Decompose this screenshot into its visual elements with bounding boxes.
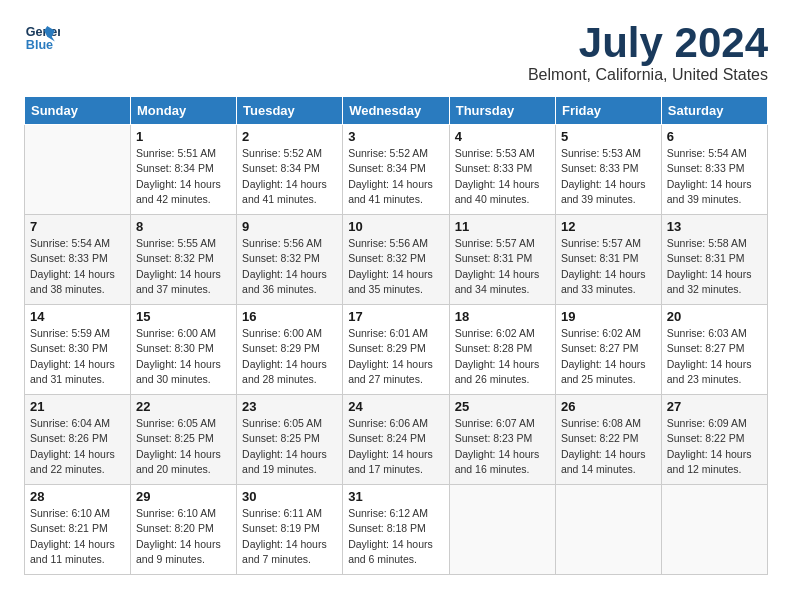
weekday-header: Sunday — [25, 97, 131, 125]
day-info: Sunrise: 6:05 AM Sunset: 8:25 PM Dayligh… — [136, 416, 231, 477]
day-number: 20 — [667, 309, 762, 324]
day-info: Sunrise: 6:01 AM Sunset: 8:29 PM Dayligh… — [348, 326, 444, 387]
day-info: Sunrise: 5:53 AM Sunset: 8:33 PM Dayligh… — [455, 146, 550, 207]
day-number: 5 — [561, 129, 656, 144]
calendar-cell: 23Sunrise: 6:05 AM Sunset: 8:25 PM Dayli… — [237, 395, 343, 485]
calendar-cell: 13Sunrise: 5:58 AM Sunset: 8:31 PM Dayli… — [661, 215, 767, 305]
calendar-cell: 27Sunrise: 6:09 AM Sunset: 8:22 PM Dayli… — [661, 395, 767, 485]
calendar-cell: 11Sunrise: 5:57 AM Sunset: 8:31 PM Dayli… — [449, 215, 555, 305]
calendar-week-row: 21Sunrise: 6:04 AM Sunset: 8:26 PM Dayli… — [25, 395, 768, 485]
title-area: July 2024 Belmont, California, United St… — [528, 20, 768, 84]
day-number: 15 — [136, 309, 231, 324]
calendar-cell: 30Sunrise: 6:11 AM Sunset: 8:19 PM Dayli… — [237, 485, 343, 575]
day-number: 18 — [455, 309, 550, 324]
day-number: 28 — [30, 489, 125, 504]
weekday-header: Thursday — [449, 97, 555, 125]
calendar-cell: 9Sunrise: 5:56 AM Sunset: 8:32 PM Daylig… — [237, 215, 343, 305]
day-number: 13 — [667, 219, 762, 234]
day-info: Sunrise: 5:52 AM Sunset: 8:34 PM Dayligh… — [348, 146, 444, 207]
day-number: 11 — [455, 219, 550, 234]
day-number: 3 — [348, 129, 444, 144]
day-info: Sunrise: 6:08 AM Sunset: 8:22 PM Dayligh… — [561, 416, 656, 477]
calendar-cell: 19Sunrise: 6:02 AM Sunset: 8:27 PM Dayli… — [555, 305, 661, 395]
day-number: 6 — [667, 129, 762, 144]
calendar-cell — [661, 485, 767, 575]
day-info: Sunrise: 6:10 AM Sunset: 8:21 PM Dayligh… — [30, 506, 125, 567]
day-number: 23 — [242, 399, 337, 414]
weekday-header: Saturday — [661, 97, 767, 125]
calendar-cell: 4Sunrise: 5:53 AM Sunset: 8:33 PM Daylig… — [449, 125, 555, 215]
day-number: 17 — [348, 309, 444, 324]
calendar-table: SundayMondayTuesdayWednesdayThursdayFrid… — [24, 96, 768, 575]
subtitle: Belmont, California, United States — [528, 66, 768, 84]
day-number: 1 — [136, 129, 231, 144]
calendar-cell: 15Sunrise: 6:00 AM Sunset: 8:30 PM Dayli… — [131, 305, 237, 395]
day-info: Sunrise: 5:58 AM Sunset: 8:31 PM Dayligh… — [667, 236, 762, 297]
day-info: Sunrise: 5:54 AM Sunset: 8:33 PM Dayligh… — [30, 236, 125, 297]
calendar-cell: 5Sunrise: 5:53 AM Sunset: 8:33 PM Daylig… — [555, 125, 661, 215]
day-info: Sunrise: 6:05 AM Sunset: 8:25 PM Dayligh… — [242, 416, 337, 477]
calendar-cell: 31Sunrise: 6:12 AM Sunset: 8:18 PM Dayli… — [343, 485, 450, 575]
calendar-cell: 28Sunrise: 6:10 AM Sunset: 8:21 PM Dayli… — [25, 485, 131, 575]
weekday-header: Wednesday — [343, 97, 450, 125]
day-info: Sunrise: 6:07 AM Sunset: 8:23 PM Dayligh… — [455, 416, 550, 477]
day-number: 25 — [455, 399, 550, 414]
day-number: 12 — [561, 219, 656, 234]
calendar-cell: 3Sunrise: 5:52 AM Sunset: 8:34 PM Daylig… — [343, 125, 450, 215]
day-info: Sunrise: 6:06 AM Sunset: 8:24 PM Dayligh… — [348, 416, 444, 477]
day-info: Sunrise: 5:56 AM Sunset: 8:32 PM Dayligh… — [242, 236, 337, 297]
day-number: 14 — [30, 309, 125, 324]
day-info: Sunrise: 6:03 AM Sunset: 8:27 PM Dayligh… — [667, 326, 762, 387]
day-number: 8 — [136, 219, 231, 234]
calendar-cell — [449, 485, 555, 575]
calendar-cell — [555, 485, 661, 575]
logo: General Blue — [24, 20, 60, 56]
svg-text:Blue: Blue — [26, 38, 53, 52]
calendar-cell: 10Sunrise: 5:56 AM Sunset: 8:32 PM Dayli… — [343, 215, 450, 305]
day-info: Sunrise: 5:53 AM Sunset: 8:33 PM Dayligh… — [561, 146, 656, 207]
calendar-week-row: 14Sunrise: 5:59 AM Sunset: 8:30 PM Dayli… — [25, 305, 768, 395]
weekday-header: Tuesday — [237, 97, 343, 125]
calendar-cell: 1Sunrise: 5:51 AM Sunset: 8:34 PM Daylig… — [131, 125, 237, 215]
calendar-header-row: SundayMondayTuesdayWednesdayThursdayFrid… — [25, 97, 768, 125]
calendar-cell: 17Sunrise: 6:01 AM Sunset: 8:29 PM Dayli… — [343, 305, 450, 395]
calendar-week-row: 7Sunrise: 5:54 AM Sunset: 8:33 PM Daylig… — [25, 215, 768, 305]
day-info: Sunrise: 5:56 AM Sunset: 8:32 PM Dayligh… — [348, 236, 444, 297]
main-title: July 2024 — [528, 20, 768, 66]
day-info: Sunrise: 6:02 AM Sunset: 8:27 PM Dayligh… — [561, 326, 656, 387]
calendar-cell: 16Sunrise: 6:00 AM Sunset: 8:29 PM Dayli… — [237, 305, 343, 395]
calendar-cell: 24Sunrise: 6:06 AM Sunset: 8:24 PM Dayli… — [343, 395, 450, 485]
calendar-cell: 8Sunrise: 5:55 AM Sunset: 8:32 PM Daylig… — [131, 215, 237, 305]
day-info: Sunrise: 6:09 AM Sunset: 8:22 PM Dayligh… — [667, 416, 762, 477]
day-number: 4 — [455, 129, 550, 144]
calendar-cell: 20Sunrise: 6:03 AM Sunset: 8:27 PM Dayli… — [661, 305, 767, 395]
calendar-cell: 12Sunrise: 5:57 AM Sunset: 8:31 PM Dayli… — [555, 215, 661, 305]
day-number: 27 — [667, 399, 762, 414]
day-number: 10 — [348, 219, 444, 234]
day-number: 30 — [242, 489, 337, 504]
day-info: Sunrise: 6:00 AM Sunset: 8:29 PM Dayligh… — [242, 326, 337, 387]
day-info: Sunrise: 6:00 AM Sunset: 8:30 PM Dayligh… — [136, 326, 231, 387]
weekday-header: Friday — [555, 97, 661, 125]
day-number: 29 — [136, 489, 231, 504]
calendar-cell: 29Sunrise: 6:10 AM Sunset: 8:20 PM Dayli… — [131, 485, 237, 575]
calendar-cell: 2Sunrise: 5:52 AM Sunset: 8:34 PM Daylig… — [237, 125, 343, 215]
calendar-cell: 25Sunrise: 6:07 AM Sunset: 8:23 PM Dayli… — [449, 395, 555, 485]
day-number: 21 — [30, 399, 125, 414]
day-number: 9 — [242, 219, 337, 234]
logo-icon: General Blue — [24, 20, 60, 56]
day-info: Sunrise: 6:11 AM Sunset: 8:19 PM Dayligh… — [242, 506, 337, 567]
day-number: 16 — [242, 309, 337, 324]
weekday-header: Monday — [131, 97, 237, 125]
calendar-cell: 14Sunrise: 5:59 AM Sunset: 8:30 PM Dayli… — [25, 305, 131, 395]
day-info: Sunrise: 5:51 AM Sunset: 8:34 PM Dayligh… — [136, 146, 231, 207]
day-info: Sunrise: 6:02 AM Sunset: 8:28 PM Dayligh… — [455, 326, 550, 387]
day-number: 24 — [348, 399, 444, 414]
calendar-cell: 21Sunrise: 6:04 AM Sunset: 8:26 PM Dayli… — [25, 395, 131, 485]
day-info: Sunrise: 6:04 AM Sunset: 8:26 PM Dayligh… — [30, 416, 125, 477]
day-number: 2 — [242, 129, 337, 144]
day-number: 26 — [561, 399, 656, 414]
header: General Blue July 2024 Belmont, Californ… — [24, 20, 768, 84]
calendar-cell: 26Sunrise: 6:08 AM Sunset: 8:22 PM Dayli… — [555, 395, 661, 485]
day-info: Sunrise: 5:57 AM Sunset: 8:31 PM Dayligh… — [455, 236, 550, 297]
